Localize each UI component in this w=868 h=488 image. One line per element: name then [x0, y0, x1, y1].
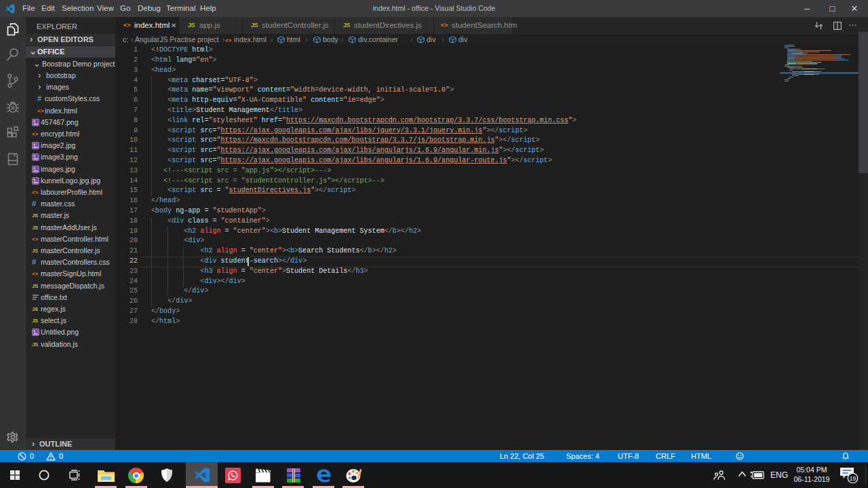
svg-text:19: 19 — [850, 475, 856, 482]
